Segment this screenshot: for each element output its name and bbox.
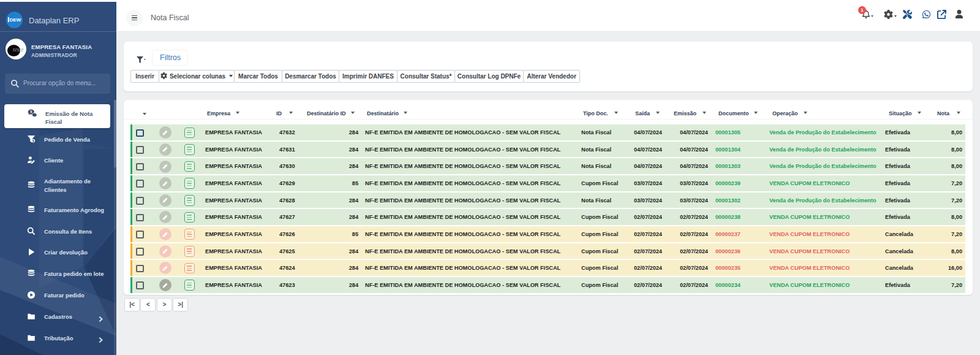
- svg-text:$: $: [30, 110, 32, 113]
- svg-text:$: $: [32, 139, 34, 142]
